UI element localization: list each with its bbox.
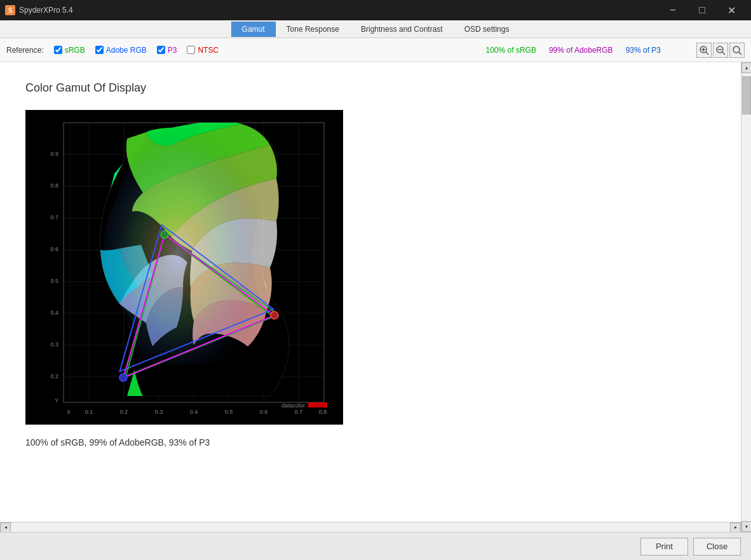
ntsc-checkbox[interactable]: [187, 46, 195, 54]
zoom-controls: [696, 43, 745, 58]
y-axis-09: 0.9: [50, 151, 58, 157]
y-axis-05: 0.5: [50, 278, 58, 284]
ntsc-label[interactable]: NTSC: [198, 46, 219, 55]
tab-osd-settings[interactable]: OSD settings: [454, 22, 520, 37]
svg-line-1: [706, 52, 708, 55]
content-scroll[interactable]: Color Gamut Of Display: [0, 62, 741, 522]
content-inner: Color Gamut Of Display: [0, 62, 741, 467]
vertical-scrollbar[interactable]: ▴ ▾: [741, 62, 751, 532]
reference-bar: Reference: sRGB Adobe RGB P3 NTSC 100% o…: [0, 38, 751, 62]
green-vertex: [161, 231, 168, 238]
y-axis-03: 0.3: [50, 341, 58, 348]
maximize-button[interactable]: □: [687, 0, 717, 20]
svg-line-8: [739, 52, 741, 55]
srgb-stat: 100% of sRGB: [486, 46, 536, 55]
y-axis-07: 0.7: [50, 214, 58, 221]
scroll-arrow-up[interactable]: ▴: [741, 62, 752, 73]
reference-stats: 100% of sRGB 99% of AdobeRGB 93% of P3: [486, 46, 661, 55]
print-button[interactable]: Print: [640, 538, 688, 556]
p3-checkbox[interactable]: [157, 46, 165, 54]
blue-vertex: [119, 374, 127, 381]
h-scroll-track: [11, 522, 730, 532]
scrollbar-track: [741, 73, 751, 521]
tab-tone-response[interactable]: Tone Response: [276, 22, 350, 37]
h-scroll-right[interactable]: ▸: [730, 522, 741, 533]
y-axis-04: 0.4: [50, 310, 58, 316]
red-vertex: [271, 311, 278, 319]
adobe-stat: 99% of AdobeRGB: [549, 46, 613, 55]
title-bar-left: S SpyderXPro 5.4: [5, 5, 73, 15]
y-axis-06: 0.6: [50, 246, 58, 252]
scroll-arrow-down[interactable]: ▾: [741, 521, 752, 532]
x-axis-08: 0.8: [319, 409, 327, 415]
tab-bar: Gamut Tone Response Brightness and Contr…: [0, 20, 751, 38]
srgb-checkbox[interactable]: [54, 46, 62, 54]
svg-point-7: [733, 46, 740, 53]
horizontal-scrollbar[interactable]: ◂ ▸: [0, 522, 741, 532]
srgb-label[interactable]: sRGB: [65, 46, 85, 55]
x-axis-04: 0.4: [190, 409, 198, 415]
close-window-button[interactable]: ✕: [717, 0, 746, 20]
srgb-checkbox-group: sRGB: [54, 46, 85, 55]
datacolor-text: datacolor: [281, 402, 305, 409]
bottom-bar: Print Close: [0, 532, 751, 560]
app-icon: S: [5, 5, 15, 15]
close-button[interactable]: Close: [693, 538, 741, 556]
p3-stat: 93% of P3: [626, 46, 661, 55]
x-axis-label: X: [67, 409, 71, 415]
reference-label: Reference:: [6, 46, 44, 55]
datacolor-logo-bar: [308, 402, 327, 407]
x-axis-05: 0.5: [225, 409, 233, 415]
adobe-rgb-checkbox-group: Adobe RGB: [95, 46, 147, 55]
app-title: SpyderXPro 5.4: [19, 6, 73, 15]
y-axis-08: 0.8: [50, 182, 58, 189]
title-bar: S SpyderXPro 5.4 − □ ✕: [0, 0, 751, 20]
ntsc-checkbox-group: NTSC: [187, 46, 219, 55]
scroll-wrapper: Color Gamut Of Display: [0, 62, 751, 532]
zoom-fit-button[interactable]: [729, 43, 745, 58]
x-axis-07: 0.7: [295, 409, 303, 415]
y-axis-02: 0.2: [50, 373, 58, 379]
minimize-button[interactable]: −: [658, 0, 687, 20]
window-controls: − □ ✕: [658, 0, 746, 20]
adobe-rgb-checkbox[interactable]: [95, 46, 104, 54]
svg-line-5: [722, 52, 725, 55]
p3-checkbox-group: P3: [157, 46, 177, 55]
chart-caption: 100% of sRGB, 99% of AdobeRGB, 93% of P3: [25, 437, 715, 447]
tab-brightness-contrast[interactable]: Brightness and Contrast: [350, 22, 454, 37]
scrollbar-thumb[interactable]: [742, 76, 751, 114]
gamut-svg: 0.9 0.8 0.7 0.6 0.5 0.4 0.3 0.2 Y X 0.1: [25, 110, 343, 425]
zoom-out-button[interactable]: [713, 43, 728, 58]
x-axis-06: 0.6: [260, 409, 268, 415]
y-axis-y: Y: [55, 397, 58, 404]
tab-gamut[interactable]: Gamut: [231, 22, 276, 37]
x-axis-02: 0.2: [120, 409, 128, 415]
main-area: Color Gamut Of Display: [0, 62, 751, 532]
x-axis-03: 0.3: [155, 409, 163, 415]
gamut-chart: 0.9 0.8 0.7 0.6 0.5 0.4 0.3 0.2 Y X 0.1: [25, 110, 343, 425]
zoom-in-button[interactable]: [696, 43, 712, 58]
x-axis-01: 0.1: [85, 409, 93, 415]
page-title: Color Gamut Of Display: [25, 81, 715, 95]
adobe-rgb-label[interactable]: Adobe RGB: [106, 46, 147, 55]
h-scroll-left[interactable]: ◂: [0, 522, 11, 533]
p3-label[interactable]: P3: [168, 46, 177, 55]
